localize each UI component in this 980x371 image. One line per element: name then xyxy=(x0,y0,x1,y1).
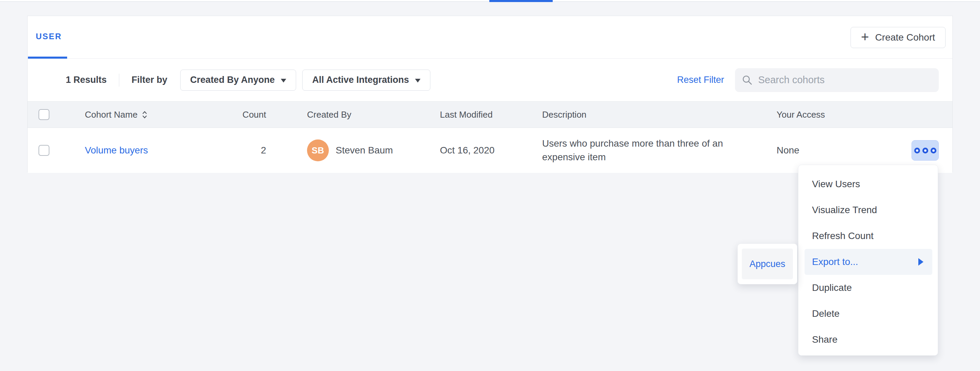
cohort-count: 2 xyxy=(208,145,266,156)
column-header-created-by[interactable]: Created By xyxy=(307,110,351,120)
created-by-dropdown[interactable]: Created By Anyone xyxy=(180,70,296,91)
select-all-checkbox[interactable] xyxy=(38,109,49,120)
column-header-cohort-name[interactable]: Cohort Name xyxy=(85,110,148,120)
ellipsis-icon xyxy=(923,148,928,153)
submenu-item-appcues[interactable]: Appcues xyxy=(742,248,793,279)
submenu-arrow-icon xyxy=(918,258,923,266)
cohort-description: Users who purchase more than three of an… xyxy=(542,137,743,164)
create-cohort-label: Create Cohort xyxy=(875,32,935,43)
reset-filter-link[interactable]: Reset Filter xyxy=(677,75,724,85)
menu-item-duplicate[interactable]: Duplicate xyxy=(799,275,938,301)
create-cohort-button[interactable]: + Create Cohort xyxy=(851,27,946,48)
menu-item-refresh-count[interactable]: Refresh Count xyxy=(799,223,938,249)
search-cohorts-input[interactable] xyxy=(757,74,932,86)
avatar: SB xyxy=(307,140,329,161)
search-cohorts-box[interactable] xyxy=(735,68,939,92)
filter-bar: 1 Results Filter by Created By Anyone Al… xyxy=(28,59,952,101)
ellipsis-icon xyxy=(931,148,936,153)
column-header-description[interactable]: Description xyxy=(542,110,586,120)
filter-by-label: Filter by xyxy=(132,75,167,85)
created-by-dropdown-value: Created By Anyone xyxy=(190,75,275,85)
column-header-count[interactable]: Count xyxy=(208,110,266,120)
column-header-last-modified[interactable]: Last Modified xyxy=(440,110,493,120)
sort-icon xyxy=(142,110,148,119)
cohorts-page: USER + Create Cohort 1 Results Filter by… xyxy=(0,0,980,371)
tab-bar: USER + Create Cohort xyxy=(28,16,952,59)
menu-item-view-users[interactable]: View Users xyxy=(799,171,938,197)
integrations-dropdown-value: All Active Integrations xyxy=(312,75,409,85)
results-count: 1 Results xyxy=(66,75,107,85)
active-nav-tab-underline xyxy=(489,0,553,2)
ellipsis-icon xyxy=(914,148,920,153)
cohorts-card: USER + Create Cohort 1 Results Filter by… xyxy=(27,16,953,172)
menu-item-visualize-trend[interactable]: Visualize Trend xyxy=(799,197,938,223)
search-icon xyxy=(742,75,753,86)
row-checkbox[interactable] xyxy=(38,145,49,156)
row-actions-menu: View Users Visualize Trend Refresh Count… xyxy=(798,165,938,356)
cohort-name-header-label: Cohort Name xyxy=(85,110,138,120)
created-by-name: Steven Baum xyxy=(336,145,393,156)
column-header-your-access[interactable]: Your Access xyxy=(776,110,825,120)
menu-item-delete[interactable]: Delete xyxy=(799,301,938,327)
integrations-dropdown[interactable]: All Active Integrations xyxy=(302,70,430,91)
tab-user[interactable]: USER xyxy=(36,32,62,41)
last-modified-date: Oct 16, 2020 xyxy=(440,145,495,156)
chevron-down-icon xyxy=(281,79,286,83)
export-submenu: Appcues xyxy=(737,244,797,284)
table-header-row: Cohort Name Count Created By Last Modifi… xyxy=(28,101,952,128)
your-access-value: None xyxy=(776,145,799,156)
menu-item-share[interactable]: Share xyxy=(799,327,938,353)
menu-item-export-to[interactable]: Export to... xyxy=(805,249,932,275)
more-options-button[interactable] xyxy=(912,140,939,161)
export-to-label: Export to... xyxy=(812,256,858,268)
cohort-name-link[interactable]: Volume buyers xyxy=(85,145,148,156)
chevron-down-icon xyxy=(415,79,420,83)
plus-icon: + xyxy=(861,30,869,44)
